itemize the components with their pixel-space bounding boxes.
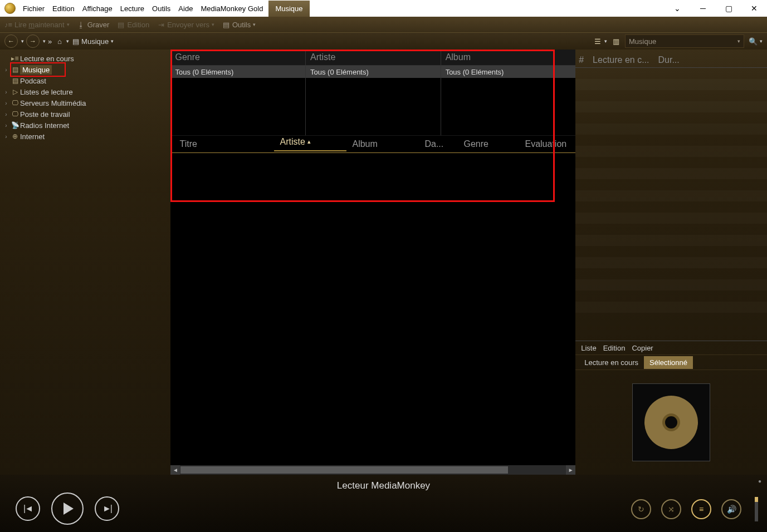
minimize-button[interactable]: ─ (690, 0, 716, 17)
menu-aide[interactable]: Aide (174, 4, 197, 13)
server-icon: 🖵 (10, 99, 20, 107)
toolbar-lire-maintenant[interactable]: ♪≡ Lire maintenant▾ (4, 21, 70, 29)
track-list[interactable] (170, 153, 575, 465)
toolbar-graver[interactable]: ⭳ Graver (77, 21, 110, 29)
col-artiste[interactable]: Artiste (274, 137, 346, 151)
send-to-icon: ⇥ (157, 21, 165, 28)
filter-genre: Genre Tous (0 Eléments) (170, 50, 306, 135)
col-evaluation[interactable]: Evaluation (519, 139, 572, 149)
tree-item-musique[interactable]: ›▤Musique (0, 64, 170, 75)
filter-album-all[interactable]: Tous (0 Eléments) (441, 66, 576, 78)
tools-icon: ▤ (222, 21, 230, 28)
nav-forward-button[interactable]: → (26, 35, 40, 48)
chevron-down-icon: ▾ (737, 38, 740, 44)
library-icon: ▤ (10, 66, 20, 73)
np-tab-lecture[interactable]: Lecture en cours (579, 356, 644, 369)
np-tab-selectionne[interactable]: Sélectionné (644, 356, 693, 369)
caret-down-icon[interactable]: ⌄ (665, 0, 690, 17)
toolbar-envoyer[interactable]: ⇥ Envoyer vers▾ (157, 21, 214, 29)
filter-artiste-header[interactable]: Artiste (306, 50, 441, 66)
col-genre[interactable]: Genre (458, 139, 519, 149)
col-album[interactable]: Album (346, 139, 419, 149)
tree-item-radios[interactable]: ›📡Radios Internet (0, 120, 170, 131)
tree-item-internet[interactable]: ›⊕Internet (0, 131, 170, 142)
title-bar: Fichier Edition Affichage Lecture Outils… (0, 0, 767, 17)
internet-icon: ⊕ (10, 132, 20, 140)
tree-item-podcast[interactable]: ▤Podcast (0, 75, 170, 86)
col-titre[interactable]: Titre (174, 139, 274, 149)
menu-lecture[interactable]: Lecture (116, 4, 148, 13)
filter-album: Album Tous (0 Eléments) (441, 50, 576, 135)
podcast-icon: ▤ (10, 77, 20, 85)
filter-genre-all[interactable]: Tous (0 Eléments) (170, 66, 305, 78)
filter-album-header[interactable]: Album (441, 50, 576, 66)
disc-icon (644, 396, 698, 449)
toolbar: ♪≡ Lire maintenant▾ ⭳ Graver ▤ Edition ⇥… (0, 17, 767, 32)
maximize-button[interactable]: ▢ (716, 0, 741, 17)
home-icon[interactable]: ⌂ (57, 37, 62, 46)
filter-panes: Genre Tous (0 Eléments) Artiste Tous (0 … (170, 50, 575, 136)
player-right-controls: ↻ ⤨ ≡ 🔊 (631, 497, 758, 521)
mute-button[interactable]: 🔊 (721, 499, 741, 519)
repeat-button[interactable]: ↻ (631, 499, 651, 519)
right-panel: # Lecture en c... Dur... Liste Edition C… (575, 50, 767, 475)
playlist-icon: ▷ (10, 88, 20, 96)
search-icon[interactable]: 🔍 (748, 36, 759, 46)
np-menu: Liste Edition Copier (575, 341, 767, 355)
scroll-left-icon[interactable]: ◄ (170, 465, 180, 475)
np-menu-liste[interactable]: Liste (581, 344, 596, 352)
queue-button[interactable]: ≡ (691, 499, 711, 519)
playback-controls: |◄ ►| (16, 492, 119, 525)
filter-artiste-all[interactable]: Tous (0 Eléments) (306, 66, 441, 78)
view-list-icon[interactable]: ☰ (592, 36, 603, 46)
view-columns-icon[interactable]: ▥ (610, 36, 622, 46)
main-content: Genre Tous (0 Eléments) Artiste Tous (0 … (170, 50, 575, 475)
nav-back-button[interactable]: ← (4, 35, 18, 48)
np-menu-copier[interactable]: Copier (632, 344, 653, 352)
col-date[interactable]: Da... (419, 139, 458, 149)
computer-icon: 🖵 (10, 110, 20, 118)
horizontal-scrollbar[interactable]: ◄ ► (170, 465, 575, 475)
menu-tab-musique[interactable]: Musique (268, 1, 309, 17)
volume-slider[interactable] (755, 497, 758, 521)
track-columns: Titre Artiste Album Da... Genre Evaluati… (170, 136, 575, 153)
np-tabs: Lecture en cours Sélectionné (575, 355, 767, 370)
nav-tree: ▸≡Lecture en cours ›▤Musique ▤Podcast ›▷… (0, 50, 170, 475)
album-art-placeholder (632, 383, 710, 461)
menu-affichage[interactable]: Affichage (79, 4, 116, 13)
menu-edition[interactable]: Edition (48, 4, 79, 13)
menu-gold[interactable]: MediaMonkey Gold (197, 4, 267, 13)
overflow-icon[interactable]: » (48, 37, 52, 46)
burn-icon: ⭳ (77, 21, 85, 28)
col-num[interactable]: # (579, 55, 584, 65)
toolbar-edition[interactable]: ▤ Edition (117, 21, 149, 29)
prev-button[interactable]: |◄ (16, 496, 40, 521)
play-button[interactable] (51, 492, 84, 525)
toolbar-outils[interactable]: ▤ Outils▾ (222, 21, 256, 29)
play-queue-icon: ♪≡ (4, 21, 12, 28)
tree-item-poste[interactable]: ›🖵Poste de travail (0, 109, 170, 120)
scroll-right-icon[interactable]: ► (566, 465, 575, 475)
context-selector-label: Musique (629, 37, 656, 46)
context-selector[interactable]: Musique ▾ (625, 35, 744, 48)
album-art-area (575, 370, 767, 475)
next-button[interactable]: ►| (95, 496, 119, 521)
scroll-thumb[interactable] (180, 466, 507, 474)
np-menu-edition[interactable]: Edition (603, 344, 626, 352)
tree-item-lecture-en-cours[interactable]: ▸≡Lecture en cours (0, 53, 170, 64)
close-button[interactable]: ✕ (741, 0, 767, 17)
menu-bar: Fichier Edition Affichage Lecture Outils… (19, 0, 310, 17)
menu-outils[interactable]: Outils (148, 4, 174, 13)
playlist-rows[interactable] (575, 68, 767, 341)
player-bar: ● Lecteur MediaMonkey |◄ ►| ↻ ⤨ ≡ 🔊 (0, 475, 767, 532)
tree-item-serveurs[interactable]: ›🖵Serveurs Multimédia (0, 97, 170, 109)
breadcrumb-label: Musique (81, 37, 109, 46)
filter-artiste: Artiste Tous (0 Eléments) (306, 50, 441, 135)
col-duree[interactable]: Dur... (658, 55, 679, 65)
col-lecture[interactable]: Lecture en c... (593, 55, 649, 65)
filter-genre-header[interactable]: Genre (170, 50, 305, 66)
breadcrumb[interactable]: ▤ Musique ▾ (72, 37, 114, 46)
tree-item-listes[interactable]: ›▷Listes de lecture (0, 86, 170, 97)
menu-fichier[interactable]: Fichier (19, 4, 48, 13)
shuffle-button[interactable]: ⤨ (661, 499, 681, 519)
